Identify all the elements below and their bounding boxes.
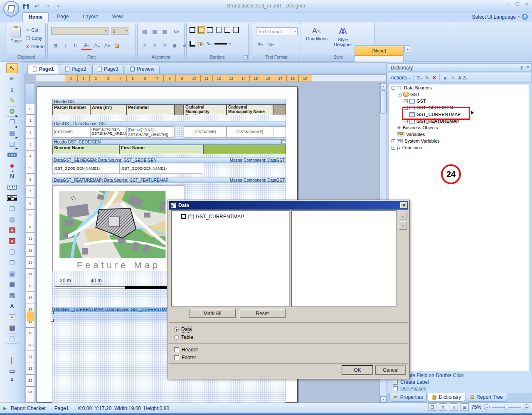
panel-tab-report-tree[interactable]: ⊟Report Tree: [466, 393, 507, 402]
cut-button[interactable]: ✂Cut: [25, 26, 46, 34]
move-up-button[interactable]: ▲: [399, 212, 407, 220]
style-brush-tool-icon[interactable]: ✎: [6, 96, 18, 106]
header-cell[interactable]: Perimeter: [126, 104, 175, 115]
pin-icon[interactable]: ┳: [520, 64, 523, 70]
selection-handle[interactable]: [51, 319, 54, 322]
zoom-slider[interactable]: [492, 407, 521, 408]
tree-expander-icon[interactable]: −: [398, 93, 401, 96]
close-button[interactable]: ✕: [524, 2, 530, 7]
italic-button[interactable]: I: [61, 42, 70, 50]
select-ui-language[interactable]: Select UI Language ▾ ?: [472, 14, 528, 20]
style-designer-button[interactable]: AA Style Designer: [330, 27, 355, 47]
group-band-tool-icon[interactable]: ▣: [6, 269, 18, 279]
align-justify-button[interactable]: ≣: [170, 42, 179, 50]
dialog-tree-item[interactable]: GST_CURRENTMAP: [172, 211, 289, 220]
header-band-tool-icon[interactable]: ❑: [6, 247, 18, 257]
picture-tool-icon[interactable]: ▲: [6, 312, 18, 322]
header-cell[interactable]: Area (m²): [90, 104, 126, 115]
style-none-item[interactable]: [None]: [355, 46, 403, 56]
panel-tab-dictionary[interactable]: ▦Dictionary: [428, 393, 465, 402]
cancel-button[interactable]: Cancel: [375, 366, 406, 375]
horizontal-line-tool-icon[interactable]: ─: [6, 344, 18, 354]
data-cell[interactable]: {GST.KGNR}: [184, 126, 227, 138]
border-style-caret[interactable]: ▾: [229, 42, 231, 46]
report-checker-button[interactable]: Report Checker: [11, 405, 46, 411]
dict-tree-item-variables[interactable]: VARVariables: [389, 131, 529, 138]
band-data-gst[interactable]: DataGST; Data Source: GST: [52, 121, 286, 126]
font-name-combo[interactable]: ▾: [51, 27, 108, 35]
format-currency-button[interactable]: №▾: [267, 42, 274, 47]
outline-border-icon[interactable]: [198, 27, 204, 33]
tree-expander-icon[interactable]: +: [392, 146, 395, 150]
view-mode-continuous-icon[interactable]: ⇕: [439, 403, 447, 411]
dict-tree-item-system-variables[interactable]: +Σ#System Variables: [389, 138, 529, 144]
radio-icon[interactable]: [174, 327, 179, 332]
page-footer-band-tool-icon[interactable]: A: [6, 236, 18, 246]
view-mode-multipage-icon[interactable]: ▦: [461, 403, 469, 411]
border-color-button[interactable]: ✎▾: [206, 41, 212, 47]
checkbox-icon[interactable]: [393, 386, 398, 391]
dialog-title-bar[interactable]: Data ✕: [169, 201, 408, 210]
dict-tree-item-gst[interactable]: −GST: [389, 91, 529, 98]
paste-button[interactable]: Paste: [9, 27, 24, 43]
move-down-button[interactable]: ▼: [399, 221, 407, 230]
align-middle-button[interactable]: ▥: [150, 27, 159, 36]
scale-ratio-blue-tool-icon[interactable]: 1:10: [6, 182, 18, 192]
align-center-button[interactable]: ≡: [150, 42, 159, 50]
feature-map-component[interactable]: Feature Map: [52, 185, 185, 271]
option-use-aliases[interactable]: Use Aliases: [393, 386, 532, 392]
new-item-icon[interactable]: ⊞▾: [416, 75, 422, 81]
right-border-icon[interactable]: [233, 27, 239, 33]
sort-az-icon[interactable]: A↓Z▾: [458, 76, 468, 80]
dict-tree-item-gst[interactable]: +GST: [389, 98, 529, 104]
conditions-button[interactable]: A✎ Conditions: [304, 27, 330, 41]
scale-bar-white-segment[interactable]: [55, 286, 126, 289]
fill-color-button[interactable]: ◨▾: [198, 41, 204, 47]
help-icon[interactable]: ?: [522, 14, 528, 20]
copy-button[interactable]: ❐Copy: [25, 34, 46, 42]
selection-handle[interactable]: [51, 311, 54, 314]
pointer-tool-icon[interactable]: ↖: [6, 63, 18, 73]
geoeigen-header-cell[interactable]: Second Name: [52, 145, 119, 154]
footer-band-tool-icon[interactable]: ❒: [6, 258, 18, 268]
scale-bar-tool-icon[interactable]: 0 60: [6, 193, 18, 203]
page-tab-page2[interactable]: Page2: [60, 64, 91, 74]
close-panel-icon[interactable]: ✕: [526, 64, 530, 70]
rectangle-tool-icon[interactable]: ▭: [6, 366, 18, 376]
all-borders-icon[interactable]: [190, 27, 195, 33]
ribbon-tab-view[interactable]: View: [106, 12, 128, 22]
ribbon-tab-page[interactable]: Page: [51, 12, 74, 22]
checkbox-icon[interactable]: ✓: [393, 380, 398, 385]
clear-format-button[interactable]: ◪: [113, 42, 122, 50]
grow-font-button[interactable]: A▲: [93, 42, 102, 50]
data-cell[interactable]: {Format("{0:N2}", GST.SHAPE_AREA)}: [90, 126, 126, 138]
page-band-tool-icon[interactable]: ▤: [6, 215, 18, 225]
vertical-line-tool-icon[interactable]: │: [6, 355, 18, 365]
border-style-button[interactable]: [214, 43, 227, 44]
header-gap-cell[interactable]: [273, 104, 286, 115]
zoom-slider-thumb[interactable]: [505, 405, 508, 410]
zoom-out-button[interactable]: −: [484, 404, 490, 410]
scrollbar-thumb[interactable]: [380, 90, 387, 114]
header-cell[interactable]: Parcel Number: [52, 104, 90, 115]
page-tab-page3[interactable]: Page3: [92, 64, 124, 74]
band-data-geoeigen[interactable]: DataGST_GEOEIGEN; Data Source: GST_GEOEI…: [52, 158, 286, 163]
tree-expander-icon[interactable]: +: [404, 99, 408, 103]
dict-tree-item-functions[interactable]: +fxFunctions: [389, 144, 529, 151]
more-tools-icon[interactable]: ⇊: [6, 377, 18, 383]
radio-table[interactable]: Table: [174, 334, 193, 340]
rotate-text-button[interactable]: ↻▾: [170, 27, 182, 36]
mark-all-button[interactable]: Mark All: [189, 309, 236, 318]
dict-tree-item-data-sources[interactable]: −Data Sources: [389, 84, 529, 91]
text-component-tool-icon[interactable]: ▤▶: [6, 139, 18, 149]
text-box-tool-icon[interactable]: A: [6, 301, 18, 311]
gallery-up-button[interactable]: ▲: [404, 45, 411, 52]
data-cell[interactable]: {Format("{0:N2}", GST.SHAPE_LENGTH)}: [126, 126, 175, 138]
ribbon-tab-home[interactable]: Home: [22, 12, 49, 22]
band-header-gst[interactable]: HeaderGST: [52, 99, 286, 104]
geoeigen-header-cell[interactable]: First Name: [119, 145, 203, 154]
top-border-icon[interactable]: [207, 27, 213, 33]
align-bottom-button[interactable]: ▥: [160, 27, 169, 36]
view-mode-single-icon[interactable]: ❐: [428, 403, 436, 411]
option-create-label[interactable]: ✓Create Label: [393, 379, 532, 385]
